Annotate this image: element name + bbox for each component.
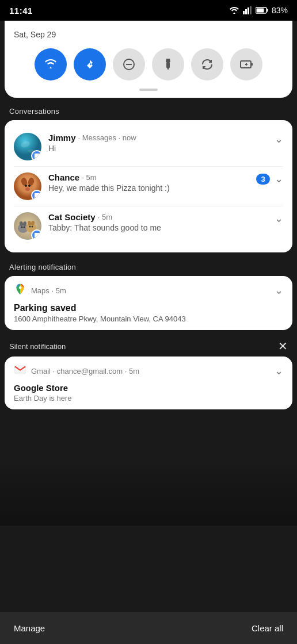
- chance-meta: · 5m: [82, 173, 96, 182]
- conversation-cat-society[interactable]: Cat Society · 5m Tabby: That sounds good…: [14, 206, 283, 246]
- battery-percent: 83%: [272, 6, 288, 15]
- cat-society-preview: Tabby: That sounds good to me: [48, 223, 221, 232]
- jimmy-chevron[interactable]: ⌄: [275, 133, 283, 145]
- alerting-notification-card: Maps · 5m Parking saved 1600 Amphitheatr…: [5, 276, 292, 330]
- gmail-icon: [14, 363, 26, 378]
- quick-settings-panel: Sat, Sep 29: [5, 21, 292, 98]
- status-time: 11:41: [9, 6, 33, 16]
- dnd-toggle[interactable]: [113, 48, 145, 80]
- chance-name: Chance: [48, 172, 79, 182]
- gmail-notif-body: Earth Day is here: [14, 394, 275, 402]
- svg-rect-1: [245, 9, 247, 14]
- cat-society-notif-content: Cat Society · 5m Tabby: That sounds good…: [48, 212, 283, 232]
- bottom-bar: Manage Clear all: [0, 612, 297, 644]
- cat-society-actions: ⌄: [275, 212, 283, 225]
- conversations-section-label: Conversations: [0, 98, 297, 120]
- bottom-spacer: [0, 411, 297, 457]
- chance-actions: 3 ⌄: [256, 172, 283, 185]
- messages-badge-chance: [31, 190, 41, 200]
- svg-rect-9: [166, 62, 170, 68]
- svg-point-24: [25, 187, 30, 191]
- battery-saver-toggle[interactable]: [230, 48, 262, 80]
- jimmy-notif-content: Jimmy · Messages · now Hi: [48, 133, 283, 153]
- silent-notification-card: Gmail · chance@gmail.com · 5m Google Sto…: [5, 356, 292, 409]
- silent-section-header: Silent notification ✕: [0, 331, 297, 356]
- signal-status-icon: [243, 6, 252, 14]
- maps-notif-title: Parking saved: [14, 303, 275, 313]
- maps-notif-body: 1600 Amphitheatre Pkwy, Mountain View, C…: [14, 315, 275, 323]
- silent-close-button[interactable]: ✕: [278, 340, 288, 352]
- battery-status-icon: [256, 7, 268, 14]
- conversation-jimmy[interactable]: Jimmy · Messages · now Hi ⌄: [14, 127, 283, 167]
- chance-notif-content: Chance · 5m Hey, we made this Pizza toni…: [48, 172, 283, 193]
- clear-all-button[interactable]: Clear all: [252, 623, 283, 633]
- svg-rect-0: [243, 11, 245, 14]
- gmail-chevron[interactable]: ⌄: [275, 365, 283, 377]
- quick-toggles-row: [14, 48, 283, 80]
- chance-count-badge: 3: [256, 174, 270, 185]
- quick-settings-date: Sat, Sep 29: [14, 30, 283, 39]
- jimmy-meta: · Messages · now: [78, 133, 136, 142]
- messages-badge: [31, 150, 41, 160]
- bluetooth-toggle[interactable]: [74, 48, 106, 80]
- svg-rect-6: [266, 9, 268, 12]
- background-gradient: [0, 457, 297, 526]
- cat-society-meta: · 5m: [98, 213, 112, 221]
- chance-notif-header: Chance · 5m: [48, 172, 283, 182]
- status-icons: 83%: [229, 6, 288, 15]
- maps-icon: [14, 283, 26, 298]
- scroll-indicator: [139, 89, 158, 91]
- svg-marker-10: [167, 68, 169, 70]
- svg-rect-5: [256, 9, 264, 13]
- maps-notif-header: Maps · 5m: [14, 283, 275, 298]
- jimmy-actions: ⌄: [275, 133, 283, 145]
- chance-chevron[interactable]: ⌄: [275, 172, 283, 185]
- cat-society-chevron[interactable]: ⌄: [275, 212, 283, 225]
- status-bar: 11:41 83%: [0, 0, 297, 21]
- jimmy-notif-header: Jimmy · Messages · now: [48, 133, 283, 143]
- cat-society-notif-header: Cat Society · 5m: [48, 212, 283, 222]
- avatar-chance: [14, 172, 41, 200]
- avatar-jimmy: [14, 133, 41, 160]
- alerting-section-label: Alerting notification: [0, 254, 297, 276]
- svg-point-35: [32, 226, 33, 228]
- wifi-toggle[interactable]: [35, 48, 67, 80]
- svg-point-22: [25, 185, 27, 187]
- svg-rect-3: [250, 6, 252, 14]
- gmail-notif-title: Google Store: [14, 383, 275, 393]
- conversations-card: Jimmy · Messages · now Hi ⌄: [5, 120, 292, 252]
- maps-app-name: Maps · 5m: [31, 286, 66, 295]
- svg-point-30: [24, 227, 25, 228]
- svg-point-29: [21, 227, 23, 228]
- jimmy-name: Jimmy: [48, 133, 76, 143]
- conversation-chance[interactable]: Chance · 5m Hey, we made this Pizza toni…: [14, 167, 283, 206]
- rotate-toggle[interactable]: [191, 48, 223, 80]
- silent-section-label: Silent notification: [9, 342, 66, 351]
- gmail-notif-header: Gmail · chance@gmail.com · 5m: [14, 363, 275, 378]
- avatar-cat-society: [14, 212, 41, 240]
- flashlight-toggle[interactable]: [152, 48, 184, 80]
- svg-point-23: [28, 185, 31, 187]
- svg-point-34: [29, 226, 31, 228]
- svg-point-36: [19, 286, 22, 289]
- jimmy-preview: Hi: [48, 144, 221, 153]
- svg-rect-2: [248, 7, 249, 14]
- messages-badge-cat: [31, 229, 41, 240]
- wifi-status-icon: [229, 6, 239, 14]
- maps-chevron[interactable]: ⌄: [275, 284, 283, 297]
- gmail-app-name: Gmail · chance@gmail.com · 5m: [31, 367, 139, 375]
- chance-preview: Hey, we made this Pizza tonight :): [48, 183, 221, 193]
- cat-society-name: Cat Society: [48, 212, 96, 222]
- manage-button[interactable]: Manage: [14, 623, 45, 633]
